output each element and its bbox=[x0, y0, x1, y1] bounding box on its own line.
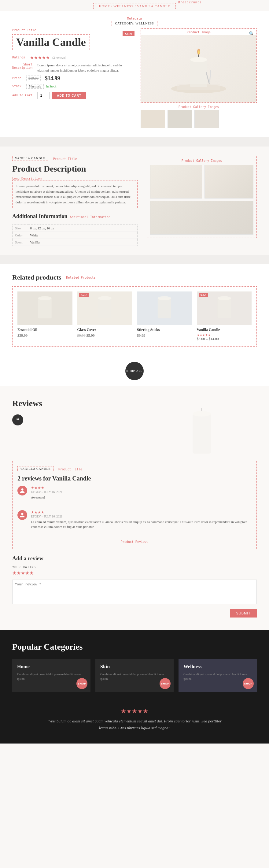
product-tag: VANILLA CANDLE bbox=[12, 156, 48, 161]
metadata-block: Metadata CATEGORY: WELLNESS bbox=[12, 17, 257, 26]
additional-info-table: Size8 oz, 12 oz, 16 ozColorWhiteScentVan… bbox=[12, 224, 138, 246]
reviews-title: Reviews bbox=[12, 399, 162, 408]
testimonial-text: "Vestibulum ac diam sit amet quam vehicu… bbox=[43, 718, 226, 731]
long-description: Lorem ipsum dolor sit amet, consectetur … bbox=[12, 180, 138, 208]
product-image-label: Product Image bbox=[141, 29, 257, 35]
info-value: White bbox=[28, 232, 138, 239]
review-text: Awesome! bbox=[31, 495, 62, 500]
category-description: Curabitur aliquet quam id dui posuere bl… bbox=[183, 672, 252, 681]
long-desc-label: Long Description bbox=[12, 177, 138, 180]
ratings-row: Ratings ★★★★★ (2 reviews) bbox=[12, 55, 131, 60]
gallery-thumb-2[interactable] bbox=[168, 110, 192, 128]
product-card-image[interactable]: Sale! bbox=[77, 291, 132, 325]
review-textarea[interactable] bbox=[12, 580, 257, 604]
product-card-name: Glass Cover bbox=[77, 328, 132, 332]
reviews-tag: VANILLA CANDLE bbox=[18, 466, 54, 471]
info-table-row: ColorWhite bbox=[12, 232, 138, 239]
short-description-label: Short Description bbox=[12, 63, 35, 69]
svg-point-18 bbox=[193, 411, 211, 416]
review-stars: ★★★★ bbox=[31, 510, 251, 515]
product-right-column: 🔍 Product Image bbox=[141, 28, 257, 128]
product-card-stars: ★★★★★ bbox=[197, 333, 252, 337]
gallery-img-2[interactable] bbox=[204, 165, 254, 198]
gallery-section: Product Gallery Images bbox=[141, 105, 257, 128]
product-card-image[interactable]: Sale! bbox=[197, 291, 252, 325]
info-value: Vanilla bbox=[28, 239, 138, 246]
product-card-name: Vanilla Candle bbox=[197, 328, 252, 332]
svg-point-14 bbox=[158, 297, 171, 300]
gallery-thumb-3[interactable] bbox=[194, 110, 219, 128]
svg-rect-8 bbox=[177, 84, 220, 90]
gallery-img-3[interactable] bbox=[150, 201, 254, 235]
related-products-wrapper: Essential Oil $39.99 Sale! Glass Cover $… bbox=[12, 286, 257, 346]
category-shop-button[interactable]: SHOP bbox=[76, 678, 88, 689]
product-card: Sale! Glass Cover $9.99 $5.99 bbox=[77, 291, 132, 341]
review-meta: ETGEV – JULY 16, 2021 bbox=[31, 490, 62, 494]
category-description: Curabitur aliquet quam id dui posuere bl… bbox=[100, 672, 169, 681]
description-section: VANILLA CANDLE Product Title Product Des… bbox=[0, 147, 269, 255]
product-card: Essential Oil $39.99 bbox=[18, 291, 72, 341]
related-products-label: Related Products bbox=[66, 276, 95, 279]
related-products-section: Related products Related Products Essent… bbox=[0, 264, 269, 356]
reviews-section: Reviews ❝ VANILLA CANDLE Product Title 2… bbox=[0, 386, 269, 630]
product-card: Stirring Sticks $9.99 bbox=[137, 291, 192, 341]
your-rating-label: YOUR RATING bbox=[12, 565, 257, 569]
submit-review-button[interactable]: SUBMIT bbox=[230, 609, 257, 618]
category-shop-button[interactable]: SHOP bbox=[160, 678, 171, 689]
add-to-cart-button[interactable]: ADD TO CART bbox=[52, 92, 86, 99]
section-divider-2 bbox=[0, 255, 269, 264]
product-card-price: $8.00 – $14.00 bbox=[197, 337, 252, 341]
product-card-price: $9.99 $5.99 bbox=[77, 333, 132, 338]
sale-badge: Sale! bbox=[123, 31, 135, 36]
review-content: ★★★★ ETGEV – JULY 16, 2021 Ut enim ad mi… bbox=[31, 510, 251, 529]
reviews-list: ★★★★ ETGEV – JULY 16, 2021 Awesome! ★★★★… bbox=[18, 486, 251, 534]
category-shop-button[interactable]: SHOP bbox=[243, 678, 254, 689]
quantity-input[interactable] bbox=[37, 92, 49, 99]
products-grid: Essential Oil $39.99 Sale! Glass Cover $… bbox=[18, 291, 251, 341]
product-image-area: 🔍 Product Image bbox=[141, 28, 257, 103]
add-to-cart-row: Add to Cart ADD TO CART bbox=[12, 92, 131, 99]
info-key: Scent bbox=[12, 239, 28, 246]
breadcrumb: HOME / WELLNESS / VANILLA CANDLE bbox=[93, 3, 176, 9]
product-image-svg bbox=[18, 291, 72, 325]
product-left-column: Product Title Vanilla Candle Sale! Ratin… bbox=[12, 28, 131, 128]
avatar-icon bbox=[20, 488, 25, 493]
reviews-count: 2 reviews for Vanilla Candle bbox=[18, 475, 251, 482]
related-products-title: Related products bbox=[12, 273, 61, 281]
gallery-img-1[interactable] bbox=[150, 165, 202, 198]
product-image-placeholder bbox=[141, 35, 257, 102]
svg-point-2 bbox=[190, 57, 207, 62]
shop-all-button[interactable]: SHOP ALL bbox=[125, 362, 144, 380]
info-key: Color bbox=[12, 232, 28, 239]
gallery-thumb-1[interactable] bbox=[141, 110, 165, 128]
quote-icon: ❝ bbox=[12, 414, 23, 426]
gallery-grid: Product Gallery Images bbox=[147, 156, 257, 238]
rating-stars-input[interactable]: ★★★★★ bbox=[12, 570, 257, 576]
reviews-list-label: Product Reviews bbox=[121, 540, 148, 544]
product-card-price: $39.99 bbox=[18, 333, 72, 338]
add-review-title: Add a review bbox=[12, 555, 257, 562]
category-card: Skin Curabitur aliquet quam id dui posue… bbox=[95, 659, 174, 692]
review-text: Ut enim ad minim veniam, quis nostrud ex… bbox=[31, 519, 251, 529]
info-key: Size bbox=[12, 225, 28, 232]
category-name: Home bbox=[17, 664, 86, 670]
add-to-cart-label: Add to Cart bbox=[12, 94, 35, 97]
gallery-label: Product Gallery Images bbox=[141, 105, 257, 108]
product-card: Sale! Vanilla Candle ★★★★★ $8.00 – $14.0… bbox=[197, 291, 252, 341]
reviews-box: VANILLA CANDLE Product Title 2 reviews f… bbox=[12, 461, 257, 549]
stock-status: In Stock bbox=[46, 85, 57, 88]
product-sale-badge: Sale! bbox=[79, 293, 89, 297]
info-table-row: Size8 oz, 12 oz, 16 oz bbox=[12, 225, 138, 232]
category-description: Curabitur aliquet quam id dui posuere bl… bbox=[17, 672, 86, 681]
product-card-image[interactable] bbox=[137, 291, 192, 325]
svg-rect-1 bbox=[190, 60, 207, 87]
reviews-decorative-img bbox=[171, 399, 232, 460]
product-card-image[interactable] bbox=[18, 291, 72, 325]
testimonial-block: ★★★★★ "Vestibulum ac diam sit amet quam … bbox=[12, 701, 257, 731]
svg-rect-7 bbox=[209, 70, 211, 83]
stock-label: Stock bbox=[12, 85, 24, 88]
info-value: 8 oz, 12 oz, 16 oz bbox=[28, 225, 138, 232]
product-card-name: Stirring Sticks bbox=[137, 328, 192, 332]
category-badge: CATEGORY: WELLNESS bbox=[111, 21, 157, 26]
gallery-top-row bbox=[150, 165, 254, 198]
